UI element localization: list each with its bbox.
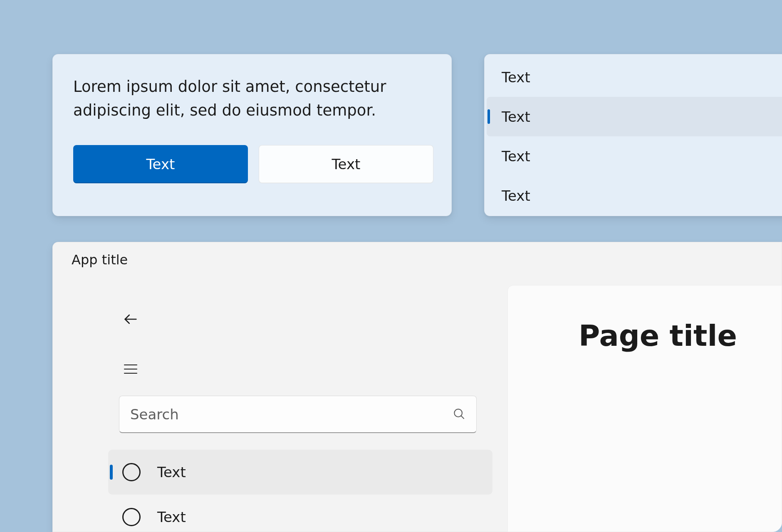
arrow-left-icon xyxy=(122,311,139,328)
content-page: Page title xyxy=(507,285,782,532)
list-item-label: Text xyxy=(502,187,530,204)
list-item-label: Text xyxy=(502,148,530,165)
hamburger-icon xyxy=(122,361,139,377)
list-item[interactable]: Text xyxy=(487,136,782,176)
search-icon xyxy=(452,407,465,422)
dialog-secondary-button[interactable]: Text xyxy=(259,145,433,183)
hamburger-button[interactable] xyxy=(119,357,142,381)
nav-item[interactable]: Text xyxy=(108,450,492,495)
circle-icon xyxy=(122,508,141,526)
dialog-primary-button[interactable]: Text xyxy=(73,145,248,183)
back-button[interactable] xyxy=(119,308,142,331)
circle-icon xyxy=(122,463,141,481)
search-input[interactable] xyxy=(130,406,452,423)
dialog-primary-button-label: Text xyxy=(146,156,175,172)
nav-item[interactable]: Text xyxy=(108,495,492,532)
nav-list: Text Text xyxy=(105,450,496,532)
page-title: Page title xyxy=(579,319,782,353)
list-item-label: Text xyxy=(502,108,530,125)
dialog-message: Lorem ipsum dolor sit amet, consectetur … xyxy=(73,75,431,123)
dialog-secondary-button-label: Text xyxy=(332,156,361,172)
svg-line-5 xyxy=(461,416,464,419)
list-item[interactable]: Text xyxy=(487,176,782,215)
list-item[interactable]: Text xyxy=(487,57,782,97)
dialog-card: Lorem ipsum dolor sit amet, consectetur … xyxy=(52,54,452,216)
list-item[interactable]: Text xyxy=(487,97,782,136)
app-title: App title xyxy=(52,242,782,268)
dialog-button-row: Text Text xyxy=(73,145,431,183)
list-panel: Text Text Text Text xyxy=(484,54,782,216)
nav-item-label: Text xyxy=(157,464,186,480)
app-window: App title Text Text Page title xyxy=(52,242,782,532)
nav-item-label: Text xyxy=(157,509,186,525)
list-item-label: Text xyxy=(502,69,530,86)
search-box[interactable] xyxy=(119,396,477,433)
